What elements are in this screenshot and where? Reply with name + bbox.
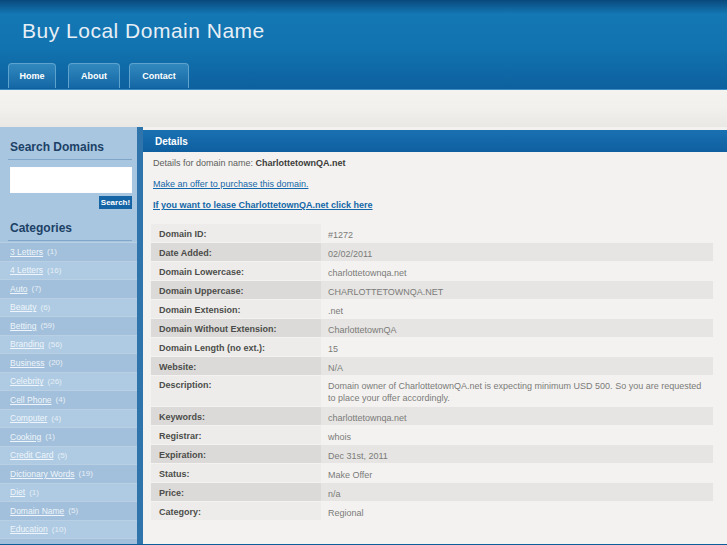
detail-value-text: CharlottetownQA — [328, 324, 706, 336]
detail-value: 02/02/2011 — [321, 243, 713, 261]
detail-label: Domain Lowercase: — [151, 262, 321, 280]
category-item: 4 Letters(16) — [0, 261, 137, 280]
category-link-beauty[interactable]: Beauty — [10, 302, 36, 312]
category-link-education[interactable]: Education — [10, 524, 48, 534]
category-count: (1) — [29, 488, 39, 497]
category-link-cooking[interactable]: Cooking — [10, 432, 41, 442]
category-link-computer[interactable]: Computer — [10, 413, 47, 423]
main-panel: Details Details for domain name: Charlot… — [143, 127, 727, 544]
detail-value-text: CHARLOTTETOWNQA.NET — [328, 286, 706, 298]
category-item: 3 Letters(1) — [0, 242, 137, 261]
detail-value: #1272 — [321, 224, 713, 242]
detail-value: n/a — [321, 483, 713, 501]
detail-value: charlottetownqa.net — [321, 407, 713, 425]
category-link-4-letters[interactable]: 4 Letters — [10, 265, 43, 275]
search-input[interactable] — [10, 167, 132, 193]
detail-value: Domain owner of CharlottetownQA.net is e… — [321, 376, 713, 406]
nav-tab-home[interactable]: Home — [8, 63, 56, 88]
detail-row: Expiration:Dec 31st, 2011 — [151, 445, 713, 463]
detail-label: Domain ID: — [151, 224, 321, 242]
category-count: (5) — [57, 451, 67, 460]
detail-row: Domain Length (no ext.):15 — [151, 338, 713, 356]
categories-heading: Categories — [8, 209, 132, 241]
category-item: Computer(4) — [0, 409, 137, 428]
category-item: Cooking(1) — [0, 427, 137, 446]
category-item: Credit Card(5) — [0, 446, 137, 465]
sidebar: Search Domains Search! Categories 3 Lett… — [0, 127, 137, 544]
nav-tab-about[interactable]: About — [68, 63, 120, 88]
detail-value: CHARLOTTETOWNQA.NET — [321, 281, 713, 299]
detail-value: CharlottetownQA — [321, 319, 713, 337]
detail-label: Domain Length (no ext.): — [151, 338, 321, 356]
category-item: Dictionary Words(19) — [0, 464, 137, 483]
category-link-domain-name[interactable]: Domain Name — [10, 506, 64, 516]
intro-line: Details for domain name: CharlottetownQA… — [153, 158, 727, 168]
detail-value-text: Dec 31st, 2011 — [328, 450, 706, 462]
category-link-auto[interactable]: Auto — [10, 284, 28, 294]
category-item: Beauty(6) — [0, 298, 137, 317]
search-button[interactable]: Search! — [99, 196, 132, 209]
category-count: (1) — [47, 247, 57, 256]
category-link-business[interactable]: Business — [10, 358, 45, 368]
detail-row: Domain Lowercase:charlottetownqa.net — [151, 262, 713, 280]
lease-domain-link[interactable]: If you want to lease CharlottetownQA.net… — [153, 200, 373, 210]
category-item: Diet(1) — [0, 483, 137, 502]
domain-details-table: Domain ID:#1272Date Added:02/02/2011Doma… — [151, 224, 713, 520]
category-count: (16) — [47, 266, 61, 275]
detail-label: Domain Extension: — [151, 300, 321, 318]
domain-name: CharlottetownQA.net — [256, 158, 346, 168]
detail-row: Domain Uppercase:CHARLOTTETOWNQA.NET — [151, 281, 713, 299]
detail-value-text: n/a — [328, 488, 706, 500]
detail-value-text: .net — [328, 305, 706, 317]
category-count: (3) — [40, 543, 50, 544]
category-item: Cell Phone(4) — [0, 390, 137, 409]
detail-value-text: #1272 — [328, 229, 706, 241]
detail-value-text: Make Offer — [328, 469, 706, 481]
category-link-events[interactable]: Events — [10, 543, 36, 544]
detail-value: whois — [321, 426, 713, 444]
category-link-diet[interactable]: Diet — [10, 487, 25, 497]
category-link-celebrity[interactable]: Celebrity — [10, 376, 44, 386]
intro-prefix: Details for domain name: — [153, 158, 256, 168]
details-body: Details for domain name: CharlottetownQA… — [143, 152, 727, 520]
detail-value-text: Domain owner of CharlottetownQA.net is e… — [328, 380, 706, 404]
content-area: Search Domains Search! Categories 3 Lett… — [0, 127, 727, 544]
make-offer-link[interactable]: Make an offer to purchase this domain. — [153, 179, 308, 189]
search-domains-heading: Search Domains — [8, 127, 132, 160]
category-item: Betting(59) — [0, 316, 137, 335]
detail-row: Category:Regional — [151, 502, 713, 520]
nav-tab-contact[interactable]: Contact — [129, 63, 189, 88]
detail-value-text: 02/02/2011 — [328, 248, 706, 260]
details-panel-header: Details — [143, 130, 727, 152]
detail-label: Keywords: — [151, 407, 321, 425]
detail-row: Website:N/A — [151, 357, 713, 375]
category-item: Auto(7) — [0, 279, 137, 298]
category-link-dictionary-words[interactable]: Dictionary Words — [10, 469, 75, 479]
category-item: Celebrity(26) — [0, 372, 137, 391]
category-count: (1) — [45, 432, 55, 441]
detail-value-text: Regional — [328, 507, 706, 519]
category-item: Education(10) — [0, 520, 137, 539]
detail-row: Domain ID:#1272 — [151, 224, 713, 242]
detail-row: Date Added:02/02/2011 — [151, 243, 713, 261]
detail-label: Website: — [151, 357, 321, 375]
detail-label: Date Added: — [151, 243, 321, 261]
detail-label: Description: — [151, 376, 321, 406]
category-count: (5) — [68, 506, 78, 515]
category-count: (7) — [32, 284, 42, 293]
detail-value: N/A — [321, 357, 713, 375]
detail-label: Domain Uppercase: — [151, 281, 321, 299]
category-count: (20) — [49, 358, 63, 367]
category-link-3-letters[interactable]: 3 Letters — [10, 247, 43, 257]
category-count: (19) — [79, 469, 93, 478]
category-link-credit-card[interactable]: Credit Card — [10, 450, 53, 460]
detail-value: Regional — [321, 502, 713, 520]
site-title: Buy Local Domain Name — [22, 19, 265, 43]
detail-value-text: 15 — [328, 343, 706, 355]
detail-label: Price: — [151, 483, 321, 501]
category-item: Events(3) — [0, 538, 137, 544]
category-link-branding[interactable]: Branding — [10, 339, 44, 349]
category-link-betting[interactable]: Betting — [10, 321, 36, 331]
category-link-cell-phone[interactable]: Cell Phone — [10, 395, 52, 405]
detail-row: Keywords:charlottetownqa.net — [151, 407, 713, 425]
